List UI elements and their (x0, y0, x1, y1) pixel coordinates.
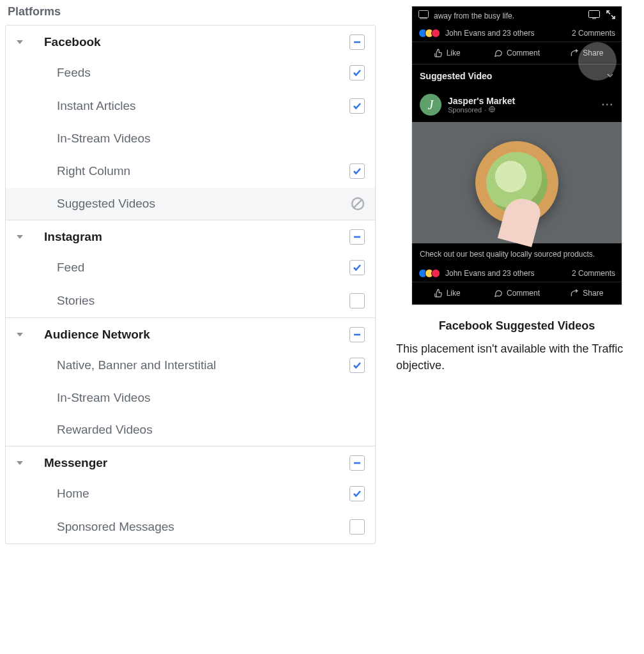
comment-action: Comment (482, 282, 551, 304)
like-action: Like (412, 42, 482, 64)
placement-row-sponsored-messages[interactable]: Sponsored Messages (6, 510, 375, 544)
placement-row-feed[interactable]: Feed (6, 251, 375, 284)
placement-row-instant-articles[interactable]: Instant Articles (6, 89, 375, 123)
placement-label: In-Stream Videos (44, 132, 365, 146)
expand-icon (606, 10, 615, 21)
chevron-down-icon (16, 233, 31, 241)
screen-icon (588, 10, 600, 21)
reaction-icons (418, 29, 441, 38)
placement-label: Feed (44, 261, 349, 275)
checkbox-feed[interactable] (349, 260, 365, 275)
group-header-messenger[interactable]: Messenger (6, 446, 375, 477)
comment-action: Comment (482, 42, 551, 64)
group-facebook: Facebook Feeds Instant Articles In-Strea… (6, 26, 375, 220)
highlight-circle (578, 42, 617, 80)
checkbox-messenger[interactable] (349, 455, 365, 471)
group-messenger: Messenger Home Sponsored Messages (6, 446, 375, 544)
platforms-panel: Facebook Feeds Instant Articles In-Strea… (5, 25, 376, 544)
group-header-facebook[interactable]: Facebook (6, 26, 375, 56)
group-label: Facebook (31, 35, 349, 49)
svg-rect-7 (420, 19, 427, 19)
unavailable-icon (351, 197, 365, 211)
preview-post-engagement: John Evans and 23 others 2 Comments (412, 265, 622, 282)
globe-icon (489, 106, 495, 114)
preview-post-actions: Like Comment Share (412, 282, 622, 305)
checkbox-native-banner-interstitial[interactable] (349, 358, 365, 373)
preview-post-comments: 2 Comments (572, 269, 615, 278)
group-label: Messenger (31, 456, 349, 470)
checkbox-feeds[interactable] (349, 65, 365, 80)
placement-row-native-banner-interstitial[interactable]: Native, Banner and Interstitial (6, 349, 375, 382)
placement-row-stories[interactable]: Stories (6, 284, 375, 317)
placement-label: Native, Banner and Interstitial (44, 358, 349, 372)
preview-prev-post-bar: away from the busy life. (412, 6, 622, 25)
checkbox-stories[interactable] (349, 293, 365, 308)
more-icon: ··· (602, 99, 614, 110)
chevron-down-icon (16, 459, 31, 467)
placement-row-rewarded-videos[interactable]: Rewarded Videos (6, 414, 375, 446)
placement-row-right-column[interactable]: Right Column (6, 155, 375, 188)
preview-post-image (412, 122, 622, 243)
preview-device: away from the busy life. John Evans and … (411, 6, 622, 305)
checkbox-instagram[interactable] (349, 229, 365, 245)
svg-rect-6 (419, 11, 429, 18)
placement-row-in-stream-videos[interactable]: In-Stream Videos (6, 123, 375, 155)
placement-row-home[interactable]: Home (6, 477, 375, 510)
checkbox-facebook[interactable] (349, 34, 365, 50)
placement-label: Sponsored Messages (44, 520, 349, 534)
group-label: Instagram (31, 230, 349, 244)
preview-title: Facebook Suggested Videos (395, 319, 639, 333)
placement-label: Rewarded Videos (44, 423, 365, 437)
reaction-icons (418, 269, 441, 278)
placement-label: Home (44, 487, 349, 501)
placement-row-feeds[interactable]: Feeds (6, 56, 375, 89)
svg-rect-9 (592, 19, 596, 19)
placement-row-suggested-videos[interactable]: Suggested Videos (6, 188, 375, 220)
group-header-audience-network[interactable]: Audience Network (6, 318, 375, 349)
placement-label: Suggested Videos (44, 197, 351, 211)
preview-prev-post-text: away from the busy life. (434, 11, 514, 20)
preview-prev-engagement-text: John Evans and 23 others (445, 29, 534, 38)
svg-rect-8 (589, 11, 600, 18)
section-title: Platforms (8, 5, 376, 19)
checkbox-right-column[interactable] (349, 164, 365, 179)
chevron-down-icon (16, 331, 31, 338)
group-instagram: Instagram Feed Stories (6, 220, 375, 318)
preview-post-engagement-text: John Evans and 23 others (445, 269, 534, 278)
checkbox-sponsored-messages[interactable] (349, 519, 365, 535)
placement-label: Right Column (44, 164, 349, 178)
preview-description: This placement isn't available with the … (395, 340, 639, 374)
placement-label: In-Stream Videos (44, 391, 365, 405)
share-action: Share (552, 282, 622, 304)
checkbox-home[interactable] (349, 486, 365, 501)
group-header-instagram[interactable]: Instagram (6, 220, 375, 251)
placement-label: Instant Articles (44, 99, 349, 113)
preview-post-header: J Jasper's Market Sponsored · ··· (412, 87, 622, 122)
checkbox-audience-network[interactable] (349, 327, 365, 342)
checkbox-instant-articles[interactable] (349, 98, 365, 114)
avatar: J (420, 94, 441, 116)
preview-post-author: Jasper's Market (448, 96, 515, 106)
video-icon (418, 10, 429, 21)
preview-prev-engagement: John Evans and 23 others 2 Comments (412, 25, 622, 42)
preview-post-meta: Sponsored (448, 106, 482, 114)
preview-prev-comments: 2 Comments (572, 29, 615, 38)
svg-line-2 (354, 200, 362, 208)
chevron-down-icon (16, 38, 31, 46)
group-label: Audience Network (31, 328, 349, 342)
placement-label: Stories (44, 294, 349, 308)
like-action: Like (412, 282, 482, 304)
placement-label: Feeds (44, 66, 349, 80)
group-audience-network: Audience Network Native, Banner and Inte… (6, 318, 375, 446)
preview-post-caption: Check out our best quality locally sourc… (412, 243, 622, 265)
placement-row-an-in-stream-videos[interactable]: In-Stream Videos (6, 382, 375, 414)
